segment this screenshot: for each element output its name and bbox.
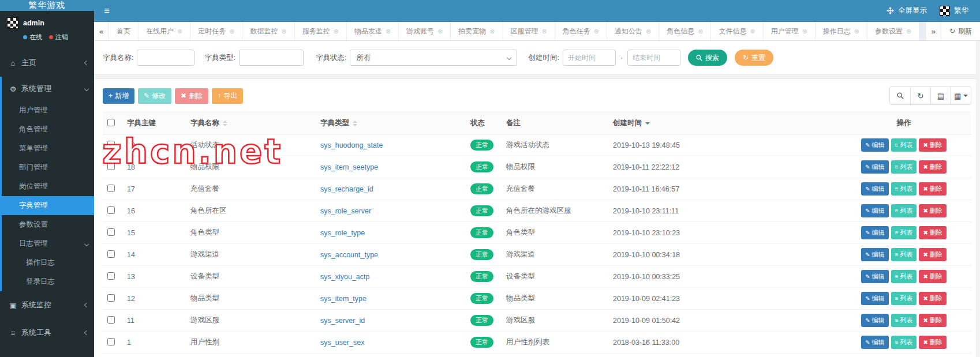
tab-operation-log[interactable]: 操作日志⊗ (816, 22, 867, 40)
sidebar-item-post-management[interactable]: 岗位管理 (2, 177, 94, 196)
sidebar-item-system-management[interactable]: ⚙系统管理 (2, 77, 94, 101)
dict-type-link[interactable]: sys_role_type (320, 229, 365, 237)
edit-row-button[interactable]: ✎编辑 (861, 314, 888, 327)
tab-home[interactable]: 首页 (109, 22, 139, 40)
tab-close-icon[interactable]: ⊗ (698, 28, 703, 35)
tab-role-tasks[interactable]: 角色任务⊗ (555, 22, 607, 40)
column-header-id[interactable]: 字典主键 (127, 119, 156, 127)
tab-close-icon[interactable]: ⊗ (750, 28, 755, 35)
select-all-checkbox[interactable] (107, 119, 115, 126)
list-row-button[interactable]: ≡列表 (891, 138, 917, 152)
reset-button[interactable]: ↻ 重置 (735, 50, 773, 66)
end-time-input[interactable] (627, 50, 680, 66)
dict-type-link[interactable]: sys_xiyou_actp (320, 273, 369, 281)
tab-auction-pets[interactable]: 拍卖宠物⊗ (451, 22, 503, 40)
delete-row-button[interactable]: ✖删除 (919, 314, 946, 327)
column-header-status[interactable]: 状态 (470, 119, 485, 127)
tab-close-icon[interactable]: ⊗ (594, 28, 599, 35)
edit-row-button[interactable]: ✎编辑 (861, 270, 888, 283)
logout-link[interactable]: 注销 (49, 33, 68, 42)
tabs-scroll-right-icon[interactable]: » (926, 22, 941, 40)
tab-notice[interactable]: 通知公告⊗ (607, 22, 659, 40)
tab-close-icon[interactable]: ⊗ (229, 28, 234, 35)
tab-item-send[interactable]: 物品发送⊗ (347, 22, 399, 40)
edit-button[interactable]: ✎修改 (138, 88, 171, 104)
tab-online-users[interactable]: 在线用户⊗ (139, 22, 190, 40)
row-checkbox[interactable] (107, 316, 115, 324)
row-checkbox[interactable] (107, 272, 115, 280)
table-view-button[interactable]: ▤ (930, 87, 951, 104)
tab-close-icon[interactable]: ⊗ (386, 28, 391, 35)
start-time-input[interactable] (563, 50, 616, 66)
column-header-created[interactable]: 创建时间 (613, 119, 642, 127)
sidebar-item-dict-management[interactable]: 字典管理 (2, 196, 94, 215)
delete-row-button[interactable]: ✖删除 (919, 336, 946, 349)
edit-row-button[interactable]: ✎编辑 (861, 292, 888, 305)
sidebar-item-user-management[interactable]: 用户管理 (2, 101, 94, 120)
tab-close-icon[interactable]: ⊗ (646, 28, 651, 35)
row-checkbox[interactable] (107, 338, 115, 345)
sidebar-item-login-log[interactable]: 登录日志 (2, 272, 94, 291)
tab-close-icon[interactable]: ⊗ (489, 28, 495, 35)
list-row-button[interactable]: ≡列表 (891, 160, 917, 174)
tab-close-icon[interactable]: ⊗ (437, 28, 443, 35)
sidebar-item-system-monitor[interactable]: ▣系统监控 (2, 291, 94, 319)
column-picker-button[interactable]: ▦ (951, 87, 971, 104)
sort-desc-icon[interactable] (645, 122, 650, 125)
row-checkbox[interactable] (107, 294, 115, 302)
edit-row-button[interactable]: ✎编辑 (861, 160, 888, 174)
column-header-name[interactable]: 字典名称 (190, 119, 219, 127)
sidebar-item-home[interactable]: ⌂主页 (2, 49, 94, 77)
edit-row-button[interactable]: ✎编辑 (861, 204, 888, 217)
delete-button[interactable]: ✖删除 (175, 88, 208, 104)
delete-row-button[interactable]: ✖删除 (919, 204, 946, 217)
dict-type-input[interactable] (239, 50, 304, 66)
row-checkbox[interactable] (107, 250, 115, 258)
sidebar-item-menu-management[interactable]: 菜单管理 (2, 139, 94, 158)
sort-icons[interactable] (353, 121, 357, 126)
edit-row-button[interactable]: ✎编辑 (861, 226, 888, 239)
tab-close-icon[interactable]: ⊗ (854, 28, 859, 35)
tab-role-info[interactable]: 角色信息⊗ (659, 22, 711, 40)
dict-type-link[interactable]: sys_role_server (320, 207, 371, 215)
row-checkbox[interactable] (107, 163, 115, 170)
delete-row-button[interactable]: ✖删除 (919, 270, 946, 283)
dict-type-link[interactable]: sys_huodong_state (320, 141, 383, 149)
list-row-button[interactable]: ≡列表 (891, 314, 917, 327)
dict-status-select[interactable]: 所有 (350, 50, 517, 66)
user-menu[interactable]: 繁华 (940, 6, 968, 16)
edit-row-button[interactable]: ✎编辑 (861, 182, 888, 196)
sidebar-item-role-management[interactable]: 角色管理 (2, 120, 94, 139)
list-row-button[interactable]: ≡列表 (891, 248, 917, 261)
dict-name-input[interactable] (137, 50, 194, 66)
search-button[interactable]: 搜索 (688, 50, 727, 66)
delete-row-button[interactable]: ✖删除 (919, 138, 946, 152)
add-button[interactable]: +新增 (103, 88, 134, 104)
tab-server-management[interactable]: 区服管理⊗ (503, 22, 555, 40)
sort-icons[interactable] (223, 121, 227, 126)
list-row-button[interactable]: ≡列表 (891, 336, 917, 349)
tab-timed-tasks[interactable]: 定时任务⊗ (190, 22, 242, 40)
row-checkbox[interactable] (107, 185, 115, 192)
list-row-button[interactable]: ≡列表 (891, 226, 917, 239)
tab-close-icon[interactable]: ⊗ (281, 28, 286, 35)
column-header-type[interactable]: 字典类型 (320, 119, 349, 127)
hamburger-icon[interactable]: ≡ (94, 6, 119, 16)
export-button[interactable]: ↑导出 (212, 88, 243, 104)
delete-row-button[interactable]: ✖删除 (919, 292, 946, 305)
tab-dict-management[interactable]: 字典管理⊗ (919, 22, 926, 40)
dict-type-link[interactable]: sys_item_seetype (320, 163, 378, 171)
table-refresh-button[interactable]: ↻ (910, 87, 930, 104)
tab-close-icon[interactable]: ⊗ (906, 28, 911, 35)
fullscreen-button[interactable]: 全屏显示 (887, 6, 927, 16)
dict-type-link[interactable]: sys_recharge_id (320, 185, 373, 193)
tab-data-monitor[interactable]: 数据监控⊗ (242, 22, 294, 40)
sidebar-item-system-tools[interactable]: ≡系统工具 (2, 319, 94, 347)
row-checkbox[interactable] (107, 141, 115, 148)
table-search-toggle-button[interactable] (890, 87, 910, 104)
edit-row-button[interactable]: ✎编辑 (861, 248, 888, 261)
sidebar-item-operation-log[interactable]: 操作日志 (2, 253, 94, 272)
tab-close-icon[interactable]: ⊗ (334, 28, 339, 35)
tab-game-account[interactable]: 游戏账号⊗ (399, 22, 451, 40)
list-row-button[interactable]: ≡列表 (891, 292, 917, 305)
